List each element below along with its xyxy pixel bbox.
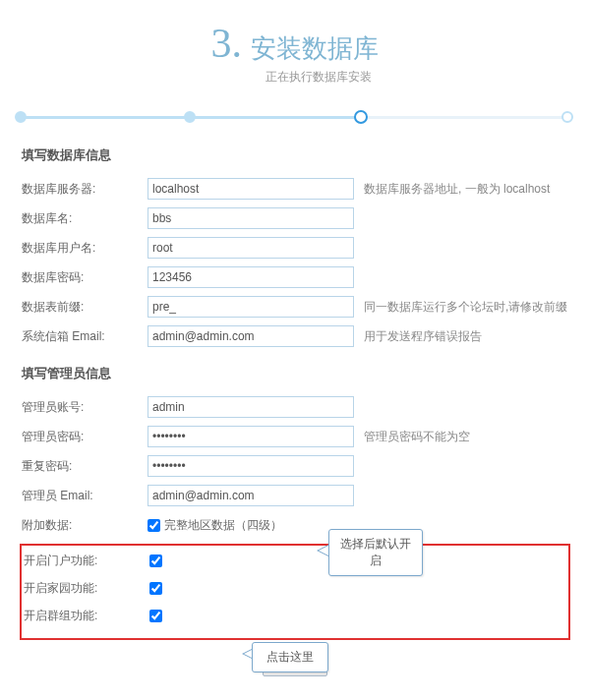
- addon-text: 完整地区数据（四级）: [164, 517, 282, 534]
- field-label: 管理员账号:: [22, 399, 148, 416]
- feature-checkbox-0[interactable]: [149, 554, 162, 567]
- field-label: 管理员 Email:: [22, 488, 148, 504]
- db-row: 数据表前缀:同一数据库运行多个论坛时,请修改前缀: [22, 296, 568, 318]
- callout-default-on: 选择后默认开启: [328, 529, 423, 576]
- section-db-title: 填写数据库信息: [22, 146, 590, 164]
- field-label: 管理员密码:: [22, 429, 148, 445]
- field-label: 数据表前缀:: [22, 299, 148, 316]
- field-label: 系统信箱 Email:: [22, 328, 148, 345]
- db-input-3[interactable]: [148, 266, 354, 288]
- addon-row: 附加数据: 完整地区数据（四级）: [22, 514, 568, 536]
- feature-checkbox-1[interactable]: [149, 582, 162, 595]
- admin-row: 管理员密码:管理员密码不能为空: [22, 426, 568, 447]
- field-hint: 同一数据库运行多个论坛时,请修改前缀: [364, 299, 567, 316]
- addon-checkbox[interactable]: [148, 519, 160, 532]
- feature-highlight-box: 开启门户功能:开启家园功能:开启群组功能:: [20, 544, 570, 640]
- admin-input-2[interactable]: [148, 455, 354, 477]
- admin-input-1[interactable]: [148, 426, 354, 447]
- admin-form: 管理员账号:管理员密码:管理员密码不能为空重复密码:管理员 Email:: [0, 396, 590, 506]
- section-admin-title: 填写管理员信息: [22, 365, 590, 382]
- field-label: 数据库服务器:: [22, 181, 148, 198]
- field-label: 开启门户功能:: [24, 553, 149, 569]
- field-hint: 管理员密码不能为空: [364, 429, 470, 445]
- db-input-2[interactable]: [148, 237, 354, 259]
- db-row: 数据库名:: [22, 207, 568, 229]
- admin-input-3[interactable]: [148, 485, 354, 506]
- feature-row: 开启群组功能:: [24, 605, 566, 626]
- callout-tail-icon: [317, 545, 328, 556]
- addon-label: 附加数据:: [22, 517, 148, 534]
- db-row: 数据库服务器:数据库服务器地址, 一般为 localhost: [22, 178, 568, 200]
- field-label: 开启家园功能:: [24, 580, 149, 597]
- progress-dot: [15, 111, 27, 123]
- field-hint: 用于发送程序错误报告: [364, 328, 482, 345]
- step-number: 3.: [211, 21, 243, 66]
- db-input-5[interactable]: [148, 325, 354, 347]
- progress-dot: [184, 111, 196, 123]
- callout-click-here: 点击这里: [252, 642, 328, 672]
- admin-row: 重复密码:: [22, 455, 568, 477]
- db-row: 数据库用户名:: [22, 237, 568, 259]
- progress-bar: [22, 107, 568, 127]
- field-label: 数据库用户名:: [22, 240, 148, 257]
- field-label: 数据库名:: [22, 210, 148, 227]
- install-header: 3. 安装数据库 正在执行数据库安装: [0, 0, 590, 95]
- db-input-0[interactable]: [148, 178, 354, 200]
- page-title: 安装数据库: [251, 33, 379, 63]
- field-label: 数据库密码:: [22, 269, 148, 286]
- feature-checkbox-2[interactable]: [149, 610, 162, 622]
- feature-row: 开启家园功能:: [24, 577, 566, 599]
- db-form: 数据库服务器:数据库服务器地址, 一般为 localhost数据库名:数据库用户…: [0, 178, 590, 347]
- page-subtitle: 正在执行数据库安装: [0, 69, 590, 86]
- progress-dot: [354, 110, 368, 124]
- field-hint: 数据库服务器地址, 一般为 localhost: [364, 181, 550, 198]
- db-input-4[interactable]: [148, 296, 354, 318]
- db-input-1[interactable]: [148, 207, 354, 229]
- db-row: 系统信箱 Email:用于发送程序错误报告: [22, 325, 568, 347]
- admin-row: 管理员账号:: [22, 396, 568, 418]
- admin-row: 管理员 Email:: [22, 485, 568, 506]
- db-row: 数据库密码:: [22, 266, 568, 288]
- field-label: 重复密码:: [22, 458, 148, 475]
- progress-dot: [561, 111, 573, 123]
- field-label: 开启群组功能:: [24, 608, 149, 624]
- feature-row: 开启门户功能:: [24, 550, 566, 571]
- admin-input-0[interactable]: [148, 396, 354, 418]
